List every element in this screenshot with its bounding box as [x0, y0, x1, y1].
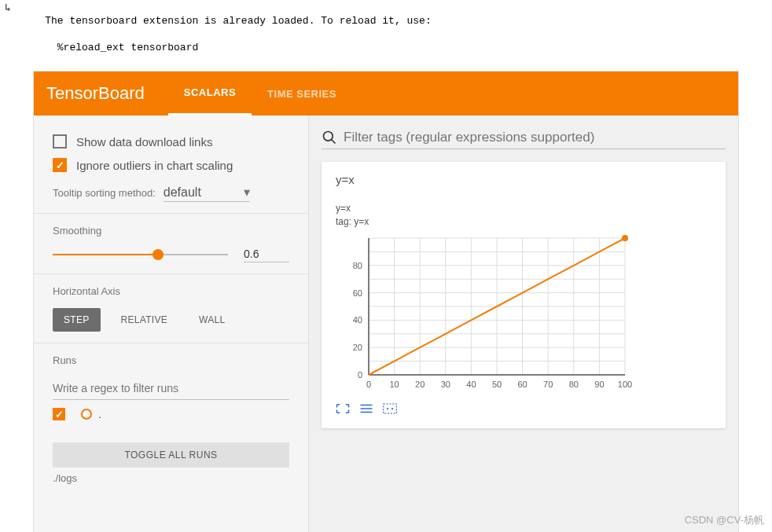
tooltip-sort-value: default — [164, 185, 244, 200]
show-download-label: Show data download links — [76, 135, 212, 149]
tab-time-series[interactable]: TIME SERIES — [252, 72, 352, 116]
slider-fill — [53, 254, 158, 255]
slider-thumb[interactable] — [153, 249, 164, 260]
app-body: Show data download links Ignore outliers… — [34, 116, 738, 532]
expand-icon[interactable] — [336, 403, 350, 414]
run-name: . — [98, 408, 101, 420]
terminal-line: The tensorboard extension is already loa… — [45, 15, 431, 27]
svg-text:20: 20 — [415, 380, 425, 389]
svg-text:60: 60 — [517, 380, 527, 389]
run-checkbox[interactable] — [53, 408, 65, 420]
search-icon — [322, 130, 337, 145]
svg-text:40: 40 — [353, 315, 362, 325]
sidebar: Show data download links Ignore outliers… — [34, 116, 309, 532]
ignore-outliers-checkbox[interactable] — [53, 158, 67, 172]
svg-text:70: 70 — [543, 380, 553, 389]
line-chart[interactable]: 0204060800102030405060708090100 — [336, 232, 634, 397]
chart-toolbar — [336, 403, 711, 414]
svg-text:0: 0 — [366, 380, 371, 389]
svg-text:20: 20 — [353, 343, 362, 352]
svg-text:50: 50 — [492, 380, 502, 389]
svg-text:80: 80 — [353, 261, 362, 270]
tooltip-sort-label: Tooltip sorting method: — [53, 187, 156, 199]
svg-line-1 — [332, 140, 336, 144]
smoothing-value[interactable]: 0.6 — [244, 248, 289, 262]
svg-text:0: 0 — [358, 370, 362, 380]
chart-header: y=x tag: y=x — [336, 202, 711, 229]
smoothing-slider[interactable] — [53, 254, 228, 257]
chevron-down-icon: ▾ — [244, 185, 250, 200]
toggle-y-log-icon[interactable] — [359, 403, 373, 414]
svg-text:90: 90 — [594, 380, 604, 389]
svg-point-47 — [387, 408, 388, 409]
chart-run-label: y=x — [336, 203, 351, 214]
run-row[interactable]: . — [53, 408, 289, 420]
svg-text:10: 10 — [389, 380, 399, 389]
terminal-line: %reload_ext tensorboard — [45, 42, 198, 53]
ignore-outliers-label: Ignore outliers in chart scaling — [76, 159, 233, 172]
runs-filter-input[interactable] — [53, 377, 289, 400]
svg-text:40: 40 — [466, 380, 476, 389]
haxis-wall-button[interactable]: WALL — [188, 308, 236, 332]
show-download-checkbox[interactable] — [53, 134, 67, 149]
svg-text:80: 80 — [569, 380, 579, 389]
run-color-swatch-icon — [81, 409, 92, 420]
smoothing-label: Smoothing — [53, 225, 289, 237]
app-title: TensorBoard — [46, 83, 168, 104]
log-path: ./logs — [34, 468, 308, 489]
watermark: CSDN @CV-杨帆 — [685, 513, 764, 527]
svg-point-48 — [392, 408, 393, 409]
svg-point-42 — [622, 235, 628, 241]
svg-text:100: 100 — [618, 380, 632, 389]
chart-tag-label: tag: y=x — [336, 216, 369, 227]
chart-container: y=x tag: y=x 020406080010203040506070809… — [336, 194, 711, 417]
haxis-relative-button[interactable]: RELATIVE — [110, 308, 179, 332]
svg-rect-46 — [384, 404, 397, 413]
svg-point-0 — [324, 132, 333, 141]
haxis-step-button[interactable]: STEP — [53, 308, 101, 332]
runs-label: Runs — [53, 354, 289, 366]
tooltip-sort-dropdown[interactable]: default ▾ — [164, 183, 250, 202]
tab-scalars[interactable]: SCALARS — [168, 72, 252, 116]
filter-bar — [322, 127, 726, 149]
fit-domain-icon[interactable] — [383, 403, 397, 414]
main-panel: y=x y=x tag: y=x 02040608001020304050607… — [309, 116, 738, 532]
scalar-card: y=x y=x tag: y=x 02040608001020304050607… — [322, 162, 726, 428]
toggle-all-runs-button[interactable]: TOGGLE ALL RUNS — [53, 442, 289, 468]
output-indicator-icon: ↳ — [5, 2, 20, 68]
scalar-card-title: y=x — [336, 173, 711, 186]
app-header: TensorBoard SCALARS TIME SERIES — [34, 72, 738, 116]
horizontal-axis-label: Horizontal Axis — [53, 285, 289, 297]
notebook-output: ↳ The tensorboard extension is already l… — [0, 0, 772, 68]
svg-text:30: 30 — [441, 380, 450, 389]
tag-filter-input[interactable] — [344, 130, 726, 145]
svg-text:60: 60 — [353, 288, 362, 298]
tensorboard-app: TensorBoard SCALARS TIME SERIES Show dat… — [33, 71, 739, 532]
